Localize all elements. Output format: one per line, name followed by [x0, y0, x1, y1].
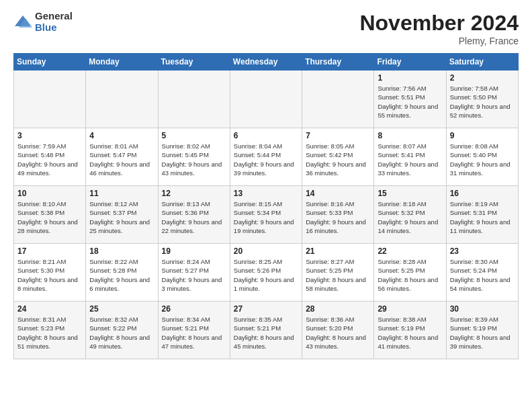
table-row: 26Sunrise: 8:34 AMSunset: 5:21 PMDayligh…	[158, 302, 230, 359]
table-row: 16Sunrise: 8:19 AMSunset: 5:31 PMDayligh…	[446, 186, 518, 244]
table-row: 28Sunrise: 8:36 AMSunset: 5:20 PMDayligh…	[302, 302, 374, 359]
day-number: 18	[89, 246, 154, 256]
day-number: 21	[306, 246, 370, 256]
table-row	[86, 71, 158, 128]
table-row: 20Sunrise: 8:25 AMSunset: 5:26 PMDayligh…	[230, 244, 302, 302]
day-number: 1	[378, 73, 442, 83]
day-number: 7	[306, 131, 370, 140]
table-row: 25Sunrise: 8:32 AMSunset: 5:22 PMDayligh…	[86, 302, 158, 359]
day-number: 8	[378, 131, 442, 140]
day-number: 3	[17, 131, 82, 140]
day-info: Sunrise: 7:59 AMSunset: 5:48 PMDaylight:…	[17, 142, 82, 177]
day-number: 4	[89, 131, 154, 140]
table-row: 12Sunrise: 8:13 AMSunset: 5:36 PMDayligh…	[158, 186, 230, 244]
table-row: 5Sunrise: 8:02 AMSunset: 5:45 PMDaylight…	[158, 128, 230, 186]
table-row: 29Sunrise: 8:38 AMSunset: 5:19 PMDayligh…	[374, 302, 446, 359]
table-row: 13Sunrise: 8:15 AMSunset: 5:34 PMDayligh…	[230, 186, 302, 244]
table-row: 24Sunrise: 8:31 AMSunset: 5:23 PMDayligh…	[14, 302, 86, 359]
table-row: 3Sunrise: 7:59 AMSunset: 5:48 PMDaylight…	[14, 128, 86, 186]
calendar-week-row: 1Sunrise: 7:56 AMSunset: 5:51 PMDaylight…	[14, 71, 519, 128]
day-info: Sunrise: 8:34 AMSunset: 5:21 PMDaylight:…	[162, 315, 226, 351]
calendar-week-row: 17Sunrise: 8:21 AMSunset: 5:30 PMDayligh…	[14, 244, 519, 302]
table-row: 14Sunrise: 8:16 AMSunset: 5:33 PMDayligh…	[302, 186, 374, 244]
table-row: 21Sunrise: 8:27 AMSunset: 5:25 PMDayligh…	[302, 244, 374, 302]
day-info: Sunrise: 8:36 AMSunset: 5:20 PMDaylight:…	[306, 315, 370, 351]
day-info: Sunrise: 8:02 AMSunset: 5:45 PMDaylight:…	[162, 142, 226, 177]
day-number: 12	[162, 189, 226, 198]
day-number: 28	[306, 304, 370, 314]
day-number: 20	[234, 246, 298, 256]
table-row: 6Sunrise: 8:04 AMSunset: 5:44 PMDaylight…	[230, 128, 302, 186]
day-number: 15	[378, 189, 442, 198]
col-monday: Monday	[86, 54, 158, 71]
table-row: 15Sunrise: 8:18 AMSunset: 5:32 PMDayligh…	[374, 186, 446, 244]
day-info: Sunrise: 8:07 AMSunset: 5:41 PMDaylight:…	[378, 142, 442, 177]
table-row: 1Sunrise: 7:56 AMSunset: 5:51 PMDaylight…	[374, 71, 446, 128]
table-row: 9Sunrise: 8:08 AMSunset: 5:40 PMDaylight…	[446, 128, 518, 186]
day-info: Sunrise: 8:01 AMSunset: 5:47 PMDaylight:…	[89, 142, 154, 177]
col-sunday: Sunday	[14, 54, 86, 71]
day-info: Sunrise: 8:31 AMSunset: 5:23 PMDaylight:…	[17, 315, 82, 351]
page: General Blue November 2024 Plemy, France…	[0, 0, 532, 370]
day-info: Sunrise: 8:04 AMSunset: 5:44 PMDaylight:…	[234, 142, 298, 177]
day-number: 14	[306, 189, 370, 198]
day-info: Sunrise: 8:08 AMSunset: 5:40 PMDaylight:…	[450, 142, 515, 177]
day-number: 5	[162, 131, 226, 140]
day-number: 25	[89, 304, 154, 314]
day-info: Sunrise: 8:18 AMSunset: 5:32 PMDaylight:…	[378, 199, 442, 235]
table-row: 30Sunrise: 8:39 AMSunset: 5:19 PMDayligh…	[446, 302, 518, 359]
col-saturday: Saturday	[446, 54, 518, 71]
logo: General Blue	[13, 11, 73, 33]
day-number: 22	[378, 246, 442, 256]
logo-blue-text: Blue	[35, 22, 73, 34]
day-info: Sunrise: 8:39 AMSunset: 5:19 PMDaylight:…	[450, 315, 515, 351]
location: Plemy, France	[359, 36, 519, 46]
title-block: November 2024 Plemy, France	[359, 11, 519, 46]
day-info: Sunrise: 8:22 AMSunset: 5:28 PMDaylight:…	[89, 257, 154, 293]
day-info: Sunrise: 8:38 AMSunset: 5:19 PMDaylight:…	[378, 315, 442, 351]
day-number: 30	[450, 304, 515, 314]
table-row	[230, 71, 302, 128]
col-wednesday: Wednesday	[230, 54, 302, 71]
table-row	[302, 71, 374, 128]
day-info: Sunrise: 8:15 AMSunset: 5:34 PMDaylight:…	[234, 199, 298, 235]
logo-icon	[13, 13, 32, 32]
day-number: 6	[234, 131, 298, 140]
table-row: 27Sunrise: 8:35 AMSunset: 5:21 PMDayligh…	[230, 302, 302, 359]
logo-text: General Blue	[35, 11, 73, 33]
day-info: Sunrise: 8:35 AMSunset: 5:21 PMDaylight:…	[234, 315, 298, 351]
calendar-week-row: 10Sunrise: 8:10 AMSunset: 5:38 PMDayligh…	[14, 186, 519, 244]
calendar-week-row: 24Sunrise: 8:31 AMSunset: 5:23 PMDayligh…	[14, 302, 519, 359]
day-info: Sunrise: 8:32 AMSunset: 5:22 PMDaylight:…	[89, 315, 154, 351]
day-info: Sunrise: 8:25 AMSunset: 5:26 PMDaylight:…	[234, 257, 298, 293]
col-thursday: Thursday	[302, 54, 374, 71]
table-row	[158, 71, 230, 128]
day-number: 26	[162, 304, 226, 314]
day-info: Sunrise: 8:19 AMSunset: 5:31 PMDaylight:…	[450, 199, 515, 235]
calendar-week-row: 3Sunrise: 7:59 AMSunset: 5:48 PMDaylight…	[14, 128, 519, 186]
table-row: 4Sunrise: 8:01 AMSunset: 5:47 PMDaylight…	[86, 128, 158, 186]
table-row: 22Sunrise: 8:28 AMSunset: 5:25 PMDayligh…	[374, 244, 446, 302]
table-row: 7Sunrise: 8:05 AMSunset: 5:42 PMDaylight…	[302, 128, 374, 186]
table-row: 11Sunrise: 8:12 AMSunset: 5:37 PMDayligh…	[86, 186, 158, 244]
day-number: 2	[450, 73, 515, 83]
table-row	[14, 71, 86, 128]
day-info: Sunrise: 8:28 AMSunset: 5:25 PMDaylight:…	[378, 257, 442, 293]
day-number: 24	[17, 304, 82, 314]
day-number: 19	[162, 246, 226, 256]
day-number: 10	[17, 189, 82, 198]
col-tuesday: Tuesday	[158, 54, 230, 71]
table-row: 17Sunrise: 8:21 AMSunset: 5:30 PMDayligh…	[14, 244, 86, 302]
day-info: Sunrise: 8:05 AMSunset: 5:42 PMDaylight:…	[306, 142, 370, 177]
day-number: 27	[234, 304, 298, 314]
day-info: Sunrise: 8:16 AMSunset: 5:33 PMDaylight:…	[306, 199, 370, 235]
logo-general-text: General	[35, 11, 73, 22]
day-number: 23	[450, 246, 515, 256]
col-friday: Friday	[374, 54, 446, 71]
table-row: 10Sunrise: 8:10 AMSunset: 5:38 PMDayligh…	[14, 186, 86, 244]
day-number: 16	[450, 189, 515, 198]
day-info: Sunrise: 7:58 AMSunset: 5:50 PMDaylight:…	[450, 84, 515, 120]
day-number: 13	[234, 189, 298, 198]
calendar: Sunday Monday Tuesday Wednesday Thursday…	[13, 53, 519, 359]
table-row: 19Sunrise: 8:24 AMSunset: 5:27 PMDayligh…	[158, 244, 230, 302]
